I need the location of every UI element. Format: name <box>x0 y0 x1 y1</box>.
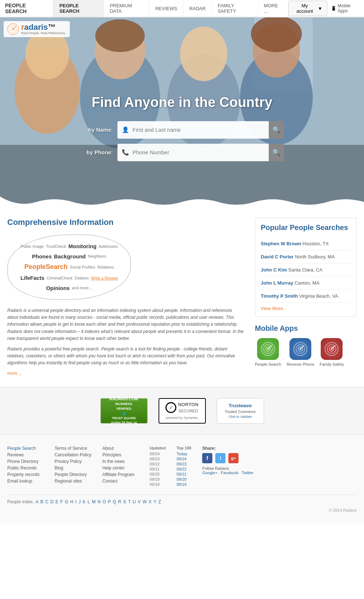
popular-name-4[interactable]: John L Murray <box>261 280 293 286</box>
index-y[interactable]: Y <box>153 499 156 504</box>
top100-09-21[interactable]: 09/21 <box>176 472 191 476</box>
app-icon-blue <box>289 338 311 360</box>
mobile-apps-nav-link[interactable]: 📱 Mobile Apps <box>331 3 360 13</box>
name-search-input[interactable] <box>133 127 265 133</box>
cloud-write-review[interactable]: Write a Review <box>91 276 118 280</box>
top100-09-19[interactable]: 09/19 <box>176 482 191 487</box>
footer-email-lookup[interactable]: Email lookup <box>7 479 44 484</box>
account-button[interactable]: My account ▼ <box>288 1 327 16</box>
footer-col-3: About Principles In the news Help center… <box>102 446 139 487</box>
nav-item-radar[interactable]: RADAR <box>183 0 212 17</box>
right-column: Popular People Searches Stephen W Brown … <box>255 218 357 376</box>
footer-people-dir[interactable]: People Directory <box>55 472 91 477</box>
nav-item-people-search[interactable]: PEOPLE SEARCH <box>53 0 104 17</box>
nav-item-more[interactable]: MORE ... <box>258 0 289 17</box>
phone-search-button[interactable]: 🔍 <box>269 144 284 161</box>
top100-today[interactable]: Today <box>176 452 191 456</box>
follow-twitter[interactable]: Twitter <box>242 471 253 475</box>
index-u[interactable]: U <box>133 499 136 504</box>
follow-google-plus[interactable]: Google+ <box>202 471 217 475</box>
index-k[interactable]: K <box>83 499 85 504</box>
footer-public-records[interactable]: Public Records <box>7 465 44 471</box>
footer-affiliate[interactable]: Affiliate Program <box>102 472 139 477</box>
facebook-icon[interactable]: f <box>202 453 212 463</box>
name-search-button[interactable]: 🔍 <box>269 121 284 139</box>
index-i[interactable]: I <box>75 499 76 504</box>
top100-09-23[interactable]: 09/23 <box>176 462 191 466</box>
footer-property-records[interactable]: Property records <box>7 472 44 477</box>
index-h[interactable]: H <box>70 499 73 504</box>
svg-line-32 <box>332 345 335 349</box>
index-m[interactable]: M <box>92 499 96 504</box>
popular-loc-3: Santa Clara, CA <box>288 267 323 273</box>
index-g[interactable]: G <box>65 499 68 504</box>
index-f[interactable]: F <box>60 499 63 504</box>
date-09-19: 09/19 <box>149 477 165 481</box>
index-q[interactable]: Q <box>113 499 116 504</box>
index-n[interactable]: N <box>97 499 101 504</box>
phone-search-row: by Phone: 📞 🔍 <box>80 144 284 161</box>
people-index: People Index. A B C D E F G H I J K L M … <box>7 495 357 504</box>
index-b[interactable]: B <box>40 499 43 504</box>
index-c[interactable]: C <box>45 499 48 504</box>
footer-news[interactable]: In the news <box>102 459 139 464</box>
popular-item-4: John L Murray Canton, MA <box>261 277 351 290</box>
index-e[interactable]: E <box>55 499 58 504</box>
social-icons: f t g+ <box>202 453 253 463</box>
top100-09-24[interactable]: 09/24 <box>176 457 191 461</box>
index-z[interactable]: Z <box>159 499 161 504</box>
view-more-link[interactable]: View More.. <box>261 303 351 311</box>
footer-reviews[interactable]: Reviews <box>7 452 44 457</box>
cloud-criminal-check: CriminalCheck <box>47 276 73 280</box>
app-icon-red <box>321 338 343 360</box>
popular-name-3[interactable]: John C Kim <box>261 267 287 273</box>
index-o[interactable]: O <box>103 499 106 504</box>
googleplus-icon[interactable]: g+ <box>228 453 239 463</box>
footer-contact[interactable]: Contact <box>102 479 139 484</box>
footer-regional[interactable]: Regional sites <box>55 479 91 484</box>
footer-copyright: © 2014 Radaris <box>7 508 357 512</box>
top100-09-22[interactable]: 09/22 <box>176 467 191 471</box>
more-link[interactable]: more ... <box>7 371 22 376</box>
phone-search-input[interactable] <box>133 149 265 155</box>
footer-people-search[interactable]: People Search <box>7 446 44 451</box>
footer-blog[interactable]: Blog <box>55 465 91 471</box>
index-x[interactable]: X <box>149 499 152 504</box>
index-s[interactable]: S <box>123 499 126 504</box>
app-people-search[interactable]: People Search <box>255 338 281 366</box>
main-content: Comprehensive Information Public Image T… <box>0 207 364 387</box>
footer-about[interactable]: About <box>102 446 139 451</box>
app-family-safety[interactable]: Family Safety <box>320 338 344 366</box>
app-reverse-phone[interactable]: Reverse Phone <box>287 338 314 366</box>
popular-title: Popular People Searches <box>261 223 351 232</box>
popular-name-5[interactable]: Timothy P Smith <box>261 293 298 299</box>
index-w[interactable]: W <box>143 499 147 504</box>
index-r[interactable]: R <box>118 499 121 504</box>
nav-item-reviews[interactable]: REVIEWS <box>149 0 183 17</box>
index-l[interactable]: L <box>88 499 90 504</box>
index-a[interactable]: A <box>36 499 39 504</box>
index-p[interactable]: P <box>108 499 111 504</box>
footer-help[interactable]: Help center <box>102 465 139 471</box>
footer-cancellation[interactable]: Cancellation Policy <box>55 452 91 457</box>
top100-09-20[interactable]: 09/20 <box>176 477 191 481</box>
alphabet-links: A B C D E F G H I J K L M N O P Q R S T … <box>35 499 161 504</box>
footer-privacy[interactable]: Privacy Policy <box>55 459 91 464</box>
nav-item-premium-data[interactable]: PREMIUM DATA <box>104 0 150 17</box>
twitter-icon[interactable]: t <box>215 453 225 463</box>
popular-name-2[interactable]: David C Porter <box>261 254 293 259</box>
popular-name-1[interactable]: Stephen W Brown <box>261 241 301 246</box>
norton-badge[interactable]: ✓ NORTON SECURED powered by Symantec <box>159 398 206 424</box>
footer-principles[interactable]: Principles <box>102 452 139 457</box>
index-j[interactable]: J <box>79 499 81 504</box>
footer-terms[interactable]: Terms of Service <box>55 446 91 451</box>
nav-item-family-safety[interactable]: FAMILY SAFETY <box>212 0 258 17</box>
trustwave-badge[interactable]: Trustwave Trusted Commerce Click to Vali… <box>217 398 264 424</box>
follow-facebook[interactable]: Facebook <box>221 471 238 475</box>
business-verified-badge[interactable]: RADARIS.COM BUSINESS VERIFIED 🌐 TRUST GU… <box>100 398 148 424</box>
index-v[interactable]: V <box>138 499 141 504</box>
footer-phone-directory[interactable]: Phone Directory <box>7 459 44 464</box>
navbar: PEOPLE SEARCH PEOPLE SEARCH PREMIUM DATA… <box>0 0 364 17</box>
index-d[interactable]: D <box>50 499 53 504</box>
index-t[interactable]: T <box>128 499 131 504</box>
